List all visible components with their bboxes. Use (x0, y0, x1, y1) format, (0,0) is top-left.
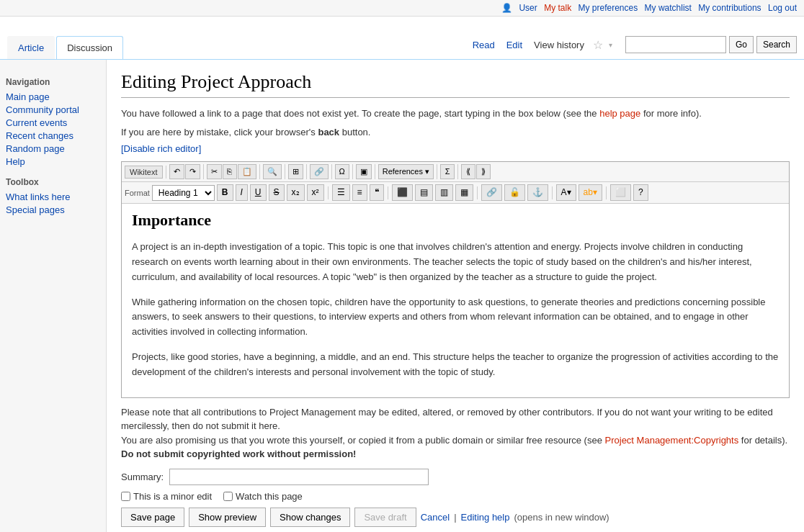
editing-help-link[interactable]: Editing help (461, 512, 510, 523)
misc-btn2[interactable]: ⟫ (476, 164, 491, 179)
my-watchlist-link[interactable]: My watchlist (645, 3, 692, 13)
special-chars-button[interactable]: Ω (335, 164, 349, 179)
paste-button[interactable]: 📋 (238, 164, 256, 179)
minor-edit-checkbox-label[interactable]: This is a minor edit (121, 491, 212, 502)
blockquote-button[interactable]: ❝ (370, 184, 384, 201)
editor-wrapper: Wikitext ↶ ↷ ✂ ⎘ 📋 🔍 ⊞ 🔗 (121, 161, 790, 398)
math-group: Σ (440, 164, 458, 179)
references-button[interactable]: References ▾ (378, 164, 434, 179)
misc-btn1[interactable]: ⟪ (461, 164, 475, 179)
sidebar-item-random-page[interactable]: Random page (6, 143, 100, 154)
sidebar-item-recent-changes[interactable]: Recent changes (6, 130, 100, 141)
my-preferences-link[interactable]: My preferences (579, 3, 638, 13)
superscript-button[interactable]: x² (307, 184, 324, 201)
sidebar: Navigation Main page Community portal Cu… (0, 60, 107, 532)
tabs-right: Read Edit View history ☆ ▾ Go Search (470, 36, 797, 59)
user-icon: 👤 (501, 3, 512, 13)
editor-content[interactable]: Importance A project is an in-depth inve… (122, 204, 789, 397)
italic-button[interactable]: I (236, 184, 248, 201)
undo-redo-group: ↶ ↷ (169, 164, 204, 179)
sidebar-item-help[interactable]: Help (6, 156, 100, 167)
separator1 (328, 186, 329, 199)
tab-edit[interactable]: Edit (504, 40, 525, 50)
align-left-button[interactable]: ⬛ (392, 184, 413, 201)
save-draft-button[interactable]: Save draft (354, 508, 416, 527)
cancel-link[interactable]: Cancel (421, 512, 450, 523)
cut-button[interactable]: ✂ (207, 164, 222, 179)
ordered-list-button[interactable]: ≡ (352, 184, 367, 201)
sidebar-item-main-page[interactable]: Main page (6, 91, 100, 102)
tab-article[interactable]: Article (7, 36, 55, 59)
special-chars-group: Ω (335, 164, 353, 179)
watch-page-checkbox[interactable] (223, 492, 233, 501)
redo-button[interactable]: ↷ (185, 164, 200, 179)
user-link[interactable]: User (519, 3, 537, 13)
separator2 (388, 186, 388, 199)
link-group: 🔗 (310, 164, 332, 179)
go-button[interactable]: Go (729, 36, 754, 53)
bold-button[interactable]: B (217, 184, 233, 201)
search-input[interactable] (625, 36, 726, 53)
undo-button[interactable]: ↶ (169, 164, 184, 179)
underline-button[interactable]: U (250, 184, 267, 201)
star-icon[interactable]: ☆ (593, 38, 603, 52)
toolbox-section-title: Toolbox (6, 177, 100, 187)
opens-new-window-note: (opens in new window) (514, 512, 609, 523)
watch-page-checkbox-label[interactable]: Watch this page (223, 491, 303, 502)
tab-view-history[interactable]: View history (531, 40, 587, 50)
summary-row: Summary: (121, 469, 790, 485)
summary-input[interactable] (169, 469, 429, 485)
save-page-button[interactable]: Save page (121, 508, 184, 527)
log-out-link[interactable]: Log out (768, 3, 797, 13)
indent-button[interactable]: ⬜ (610, 184, 631, 201)
find-group: 🔍 (263, 164, 285, 179)
link-button[interactable]: 🔗 (310, 164, 329, 179)
dropdown-arrow-icon[interactable]: ▾ (609, 41, 612, 49)
wikitext-label: Wikitext (125, 166, 163, 179)
separator4 (552, 186, 553, 199)
copy-button[interactable]: ⎘ (223, 164, 237, 179)
tab-discussion[interactable]: Discussion (56, 36, 123, 59)
help-format-button[interactable]: ? (633, 184, 648, 201)
notice-line3: Do not submit copyrighted work without p… (121, 447, 790, 461)
main-layout: Navigation Main page Community portal Cu… (0, 60, 804, 532)
highlight-button[interactable]: ab▾ (579, 184, 602, 201)
help-page-link[interactable]: help page (599, 108, 640, 119)
font-size-button[interactable]: A▾ (556, 184, 576, 201)
strikethrough-button[interactable]: S (269, 184, 285, 201)
align-center-button[interactable]: ▤ (415, 184, 433, 201)
sidebar-item-community-portal[interactable]: Community portal (6, 104, 100, 115)
format-select[interactable]: Heading 1 Heading 2 Heading 3 Paragraph … (152, 185, 215, 201)
unlink-button[interactable]: 🔓 (504, 184, 525, 201)
media-button[interactable]: ▣ (356, 164, 372, 179)
separator5 (606, 186, 607, 199)
buttons-row: Save page Show preview Show changes Save… (121, 508, 790, 527)
show-changes-button[interactable]: Show changes (270, 508, 350, 527)
sidebar-item-what-links-here[interactable]: What links here (6, 191, 100, 202)
editor-toolbar-top: Wikitext ↶ ↷ ✂ ⎘ 📋 🔍 ⊞ 🔗 (122, 162, 789, 182)
editor-heading: Importance (132, 211, 779, 230)
copyrights-link[interactable]: Project Management:Copyrights (605, 435, 739, 446)
find-button[interactable]: 🔍 (263, 164, 282, 179)
math-button[interactable]: Σ (440, 164, 455, 179)
edit-notice: Please note that all contributions to Pr… (121, 405, 790, 461)
content-area: Editing Project Approach You have follow… (107, 60, 804, 532)
minor-edit-checkbox[interactable] (121, 492, 130, 501)
show-preview-button[interactable]: Show preview (189, 508, 266, 527)
media-group: ▣ (356, 164, 375, 179)
sidebar-item-special-pages[interactable]: Special pages (6, 204, 100, 215)
references-group: References ▾ (378, 164, 437, 179)
anchor-button[interactable]: ⚓ (527, 184, 548, 201)
tab-read[interactable]: Read (470, 40, 498, 50)
my-talk-link[interactable]: My talk (544, 3, 571, 13)
align-right-button[interactable]: ▥ (435, 184, 453, 201)
subscript-button[interactable]: x₂ (287, 184, 305, 201)
disable-rich-link[interactable]: [Disable rich editor] (121, 143, 201, 154)
search-button[interactable]: Search (756, 36, 797, 53)
justify-button[interactable]: ▦ (455, 184, 473, 201)
sidebar-item-current-events[interactable]: Current events (6, 117, 100, 128)
table-button[interactable]: ⊞ (288, 164, 303, 179)
unordered-list-button[interactable]: ☰ (332, 184, 350, 201)
hyperlink-button[interactable]: 🔗 (481, 184, 502, 201)
my-contributions-link[interactable]: My contributions (698, 3, 761, 13)
